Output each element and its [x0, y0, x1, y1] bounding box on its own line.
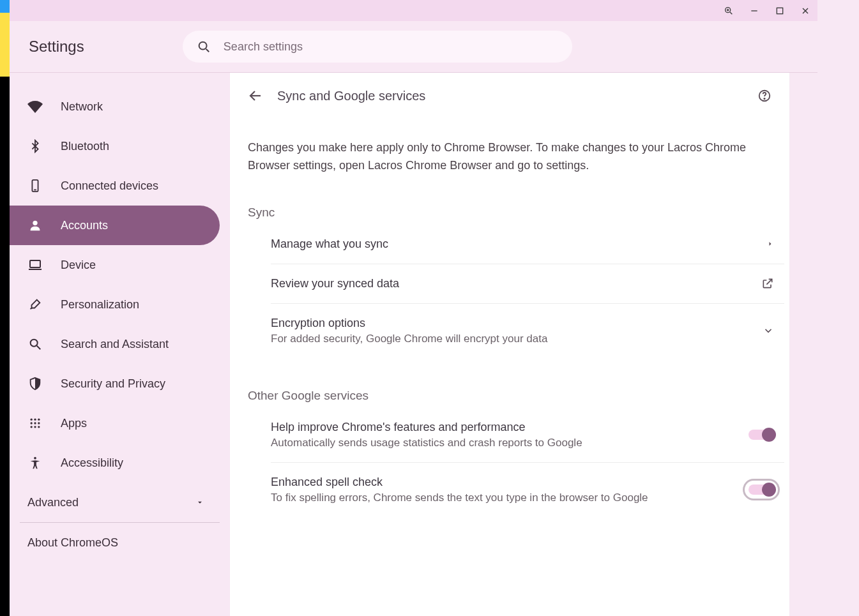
sidebar-item-device[interactable]: Device — [10, 245, 220, 285]
row-subtitle: To fix spelling errors, Chrome sends the… — [271, 492, 749, 504]
help-icon[interactable] — [757, 89, 772, 103]
sidebar-item-network[interactable]: Network — [10, 87, 220, 126]
row-enhanced-spell-check: Enhanced spell check To fix spelling err… — [271, 463, 784, 517]
sidebar-advanced-label: Advanced — [27, 496, 79, 509]
section-title-other: Other Google services — [230, 358, 789, 408]
window-maximize-icon[interactable] — [774, 5, 786, 17]
window-close-icon[interactable] — [800, 5, 811, 17]
search-input[interactable] — [183, 31, 572, 63]
sidebar-item-search-assistant[interactable]: Search and Assistant — [10, 324, 220, 364]
svg-point-8 — [199, 42, 207, 50]
row-help-improve: Help improve Chrome's features and perfo… — [271, 408, 784, 463]
toggle-knob — [762, 483, 776, 497]
row-title: Manage what you sync — [271, 237, 766, 251]
app-title: Settings — [29, 38, 84, 56]
search-icon — [197, 40, 211, 54]
brush-icon — [27, 297, 43, 312]
row-subtitle: Automatically sends usage statistics and… — [271, 437, 749, 449]
bluetooth-icon — [27, 139, 43, 154]
window-title-bar — [10, 0, 817, 21]
page-title: Sync and Google services — [277, 89, 425, 103]
sidebar-item-label: Device — [61, 259, 96, 272]
svg-line-9 — [206, 49, 209, 52]
svg-point-20 — [31, 422, 33, 424]
sidebar-advanced-toggle[interactable]: Advanced — [10, 483, 230, 522]
sidebar-about[interactable]: About ChromeOS — [10, 523, 230, 562]
card-header: Sync and Google services — [230, 73, 789, 119]
background-fragment — [817, 0, 859, 616]
chevron-down-icon — [195, 498, 204, 507]
zoom-in-icon[interactable] — [723, 5, 734, 17]
sidebar-item-apps[interactable]: Apps — [10, 403, 220, 443]
sidebar-item-label: Bluetooth — [61, 140, 109, 153]
main-content-wrap: Sync and Google services Changes you mak… — [230, 73, 817, 616]
sidebar-item-label: Search and Assistant — [61, 338, 169, 351]
sidebar-item-label: Network — [61, 100, 103, 114]
svg-point-15 — [31, 340, 38, 347]
settings-window: Settings Network Bluetooth — [10, 0, 817, 616]
row-encryption-options[interactable]: Encryption options For added security, G… — [271, 304, 784, 358]
arrow-right-icon — [766, 240, 774, 248]
svg-point-25 — [38, 426, 40, 428]
background-fragment — [0, 0, 10, 13]
row-title: Encryption options — [271, 317, 763, 330]
person-icon — [27, 218, 43, 233]
svg-rect-5 — [777, 8, 782, 13]
svg-point-29 — [764, 98, 764, 99]
background-fragment — [0, 13, 10, 77]
row-content: Enhanced spell check To fix spelling err… — [271, 476, 749, 504]
sidebar-item-bluetooth[interactable]: Bluetooth — [10, 126, 220, 166]
svg-point-18 — [34, 419, 36, 421]
search-icon — [27, 336, 43, 352]
svg-point-24 — [34, 426, 36, 428]
svg-rect-13 — [30, 260, 40, 267]
app-body: Network Bluetooth Connected devices Acco… — [10, 73, 817, 616]
row-title: Review your synced data — [271, 277, 761, 290]
sidebar-about-label: About ChromeOS — [27, 536, 118, 550]
chevron-down-icon — [763, 325, 774, 336]
row-manage-sync[interactable]: Manage what you sync — [271, 225, 784, 264]
sidebar-item-label: Security and Privacy — [61, 377, 165, 391]
svg-point-17 — [31, 419, 33, 421]
row-content: Review your synced data — [271, 277, 761, 290]
page-description: Changes you make here apply only to Chro… — [230, 119, 789, 175]
sidebar-item-security-privacy[interactable]: Security and Privacy — [10, 364, 220, 403]
sidebar-item-accessibility[interactable]: Accessibility — [10, 443, 220, 483]
apps-grid-icon — [27, 416, 43, 431]
phone-icon — [27, 178, 43, 193]
row-review-synced-data[interactable]: Review your synced data — [271, 264, 784, 304]
sidebar: Network Bluetooth Connected devices Acco… — [10, 73, 230, 616]
search-container — [183, 31, 572, 63]
laptop-icon — [27, 257, 43, 273]
svg-point-22 — [38, 422, 40, 424]
row-content: Encryption options For added security, G… — [271, 317, 763, 345]
sidebar-item-label: Accessibility — [61, 456, 123, 470]
external-link-icon — [761, 277, 774, 290]
sidebar-item-label: Connected devices — [61, 179, 158, 193]
toggle-enhanced-spell-check[interactable] — [749, 485, 774, 495]
sidebar-item-label: Accounts — [61, 219, 108, 232]
row-content: Manage what you sync — [271, 237, 766, 251]
section-title-sync: Sync — [230, 175, 789, 225]
app-header: Settings — [10, 21, 817, 72]
row-title: Help improve Chrome's features and perfo… — [271, 421, 749, 434]
back-button[interactable] — [248, 88, 263, 103]
svg-point-21 — [34, 422, 36, 424]
svg-line-16 — [37, 346, 41, 350]
row-title: Enhanced spell check — [271, 476, 749, 489]
toggle-help-improve[interactable] — [749, 430, 774, 440]
row-content: Help improve Chrome's features and perfo… — [271, 421, 749, 449]
settings-card: Sync and Google services Changes you mak… — [230, 73, 789, 616]
wifi-icon — [27, 99, 43, 114]
sidebar-item-label: Apps — [61, 417, 87, 430]
svg-point-26 — [34, 457, 36, 460]
window-minimize-icon[interactable] — [749, 5, 760, 17]
sidebar-item-connected-devices[interactable]: Connected devices — [10, 166, 220, 206]
svg-point-12 — [33, 221, 37, 225]
sidebar-item-label: Personalization — [61, 298, 139, 312]
sidebar-item-accounts[interactable]: Accounts — [10, 206, 220, 245]
shield-icon — [27, 376, 43, 391]
sidebar-item-personalization[interactable]: Personalization — [10, 285, 220, 324]
svg-point-23 — [31, 426, 33, 428]
row-subtitle: For added security, Google Chrome will e… — [271, 333, 763, 345]
